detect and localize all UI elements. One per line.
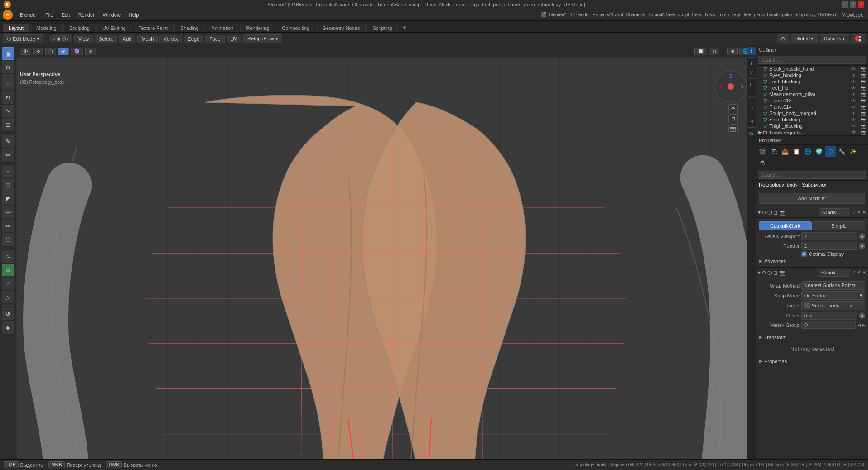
- viewport-gizmo-toggle[interactable]: ⊹: [33, 48, 43, 55]
- side-tab-tool[interactable]: T: [747, 59, 756, 67]
- side-tab-item[interactable]: I: [747, 47, 756, 55]
- subdiv-name-input[interactable]: [819, 208, 850, 216]
- target-close-btn[interactable]: ✕: [848, 302, 854, 309]
- render-value[interactable]: 2: [801, 242, 857, 250]
- proportional-btn[interactable]: ⊙: [709, 48, 719, 55]
- outliner-item-trash-objects[interactable]: ▶ ◻ Trash objects 👁 ↓ 📷: [756, 129, 868, 136]
- vertex-group-arrows[interactable]: ◀ ▶: [858, 322, 865, 327]
- transform-header[interactable]: ▶ Transform ⋮: [756, 332, 868, 342]
- target-value[interactable]: Sculpt_body_... ✕: [801, 301, 865, 310]
- pinch-tool[interactable]: ◈: [2, 321, 14, 334]
- outliner-item-thigh-blocking[interactable]: ▽ Thigh_blocking 👁 ↓ 📷: [756, 123, 868, 129]
- outliner-options-icon[interactable]: ⋮: [860, 47, 865, 53]
- outliner-item-shin-blocking[interactable]: ▽ Shin_blocking 👁 ↓ 📷: [756, 116, 868, 123]
- menu-file[interactable]: File: [42, 11, 57, 19]
- properties-options-icon[interactable]: ⋮: [860, 137, 865, 143]
- transform-options-icon[interactable]: ⋮: [860, 334, 865, 340]
- knife-tool[interactable]: ✂: [2, 220, 14, 232]
- outliner-item-measurements[interactable]: ▽ Measurements_pillar 👁 ↓ 📷: [756, 91, 868, 97]
- viewport-shading-matprev[interactable]: 🔮: [71, 48, 83, 55]
- inset-tool[interactable]: ⊡: [2, 179, 14, 192]
- edge-btn[interactable]: Edge: [184, 35, 204, 43]
- vertex-group-value[interactable]: ⬡: [801, 321, 856, 329]
- item-properties-header[interactable]: ▶ Properties ⋮: [756, 356, 868, 366]
- viewport-shading-solid[interactable]: ◉: [58, 48, 69, 55]
- tab-texture-paint[interactable]: Texture Paint: [133, 24, 174, 32]
- side-tab-riggify[interactable]: Ri: [747, 117, 756, 125]
- mode-selector[interactable]: ⬡ Edit Mode ▾: [3, 34, 43, 43]
- simple-btn[interactable]: Simple: [813, 221, 866, 230]
- spin-tool[interactable]: ↺: [2, 307, 14, 320]
- menu-help[interactable]: Help: [125, 11, 143, 19]
- prop-tab-rendersettings[interactable]: 🖼: [768, 146, 779, 157]
- transform-tool[interactable]: ⊞: [2, 118, 14, 131]
- tab-rendering[interactable]: Rendering: [240, 24, 275, 32]
- breadcrumb-modifier[interactable]: Subdivision: [802, 182, 827, 187]
- side-tab-tissue[interactable]: Ti: [747, 105, 756, 113]
- add-modifier-button[interactable]: Add Modifier: [759, 193, 865, 204]
- snap-btn[interactable]: 🔲: [694, 48, 707, 55]
- extrude-tool[interactable]: ↑: [2, 165, 14, 178]
- tab-shading[interactable]: Shading: [174, 24, 204, 32]
- outliner-item-feet-hp[interactable]: ▽ Feet_Hp 👁 ↓ 📷: [756, 85, 868, 91]
- viewlayer-selector[interactable]: ViewLayer: [842, 12, 865, 18]
- render-dot[interactable]: ●: [859, 243, 865, 249]
- outliner-item-plane013[interactable]: ▽ Plane.013 👁 ↓ 📷: [756, 97, 868, 104]
- gizmo-x-axis[interactable]: -X: [718, 84, 723, 89]
- object-display[interactable]: ○ ◉ ⬡ □: [50, 35, 72, 42]
- viewport-3d[interactable]: 👁 ⊹ ⬡ ◉ 🔮 ☀ 🔲 ⊙ ⊞ 🌐: [16, 45, 756, 459]
- shrink-expand-icon[interactable]: ⊻: [857, 270, 861, 276]
- breadcrumb-object[interactable]: Retopology_body: [759, 182, 798, 187]
- wrap-method-value[interactable]: Nearest Surface Point▾: [801, 281, 865, 290]
- retopoflow-btn[interactable]: RetopoFlow ▾: [243, 34, 282, 43]
- vertex-slide-tool[interactable]: ▷: [2, 291, 14, 303]
- levels-viewport-dot[interactable]: ●: [859, 233, 865, 240]
- gizmo-y-axis[interactable]: Y: [741, 84, 744, 89]
- subdiv-expand-icon[interactable]: ⊻: [857, 210, 861, 216]
- offset-value[interactable]: 0 m: [801, 312, 857, 320]
- side-tab-view[interactable]: V: [747, 68, 756, 77]
- outliner-item-feet-blocking[interactable]: ▽ Feet_blocking 👁 ↓ 📷: [756, 78, 868, 85]
- gizmo-z-axis[interactable]: Z: [729, 73, 733, 79]
- outliner-search-input[interactable]: [758, 56, 866, 64]
- annotate-tool[interactable]: ✎: [2, 135, 14, 148]
- prop-tab-world[interactable]: 🌍: [814, 146, 825, 157]
- gizmo-sphere[interactable]: -X Y Z: [715, 71, 747, 102]
- prop-tab-scene[interactable]: 🎬: [757, 146, 768, 157]
- side-tab-grease[interactable]: Gr: [747, 129, 756, 138]
- transform-space[interactable]: Global ▾: [791, 34, 818, 43]
- optimal-display-checkbox[interactable]: [801, 251, 807, 257]
- tab-compositing[interactable]: Compositing: [276, 24, 315, 32]
- close-button[interactable]: ✕: [858, 1, 864, 8]
- move-tool[interactable]: ⊹: [2, 77, 14, 90]
- prop-tab-particles[interactable]: ✨: [848, 146, 858, 157]
- maximize-button[interactable]: □: [850, 1, 856, 8]
- menu-edit[interactable]: Edit: [58, 11, 74, 19]
- face-btn[interactable]: Face: [205, 35, 224, 43]
- mesh-btn[interactable]: Mesh: [137, 35, 158, 43]
- tab-scripting[interactable]: Scripting: [366, 24, 398, 32]
- minimize-button[interactable]: —: [842, 1, 848, 8]
- add-btn[interactable]: Add: [119, 35, 136, 43]
- outliner-item-block-muscle-hand[interactable]: ▽ Block_muscle_hand 👁 ↓ 📷: [756, 66, 868, 72]
- prop-tab-view-layer[interactable]: 📋: [791, 146, 802, 157]
- rotate-tool[interactable]: ↻: [2, 91, 14, 104]
- zoom-extents[interactable]: ⊡: [728, 114, 738, 123]
- select-btn[interactable]: Select: [95, 35, 117, 43]
- polybuild-tool[interactable]: ⬡: [2, 233, 14, 246]
- levels-viewport-value[interactable]: 2: [801, 232, 857, 240]
- arrow-left-icon[interactable]: ◀: [858, 322, 861, 327]
- prop-tab-physics[interactable]: ⚗: [757, 157, 768, 168]
- uv-btn[interactable]: UV: [227, 35, 241, 43]
- menu-render[interactable]: Render: [75, 11, 98, 19]
- subdiv-toggle[interactable]: ▾: [758, 209, 761, 216]
- shrink-name-input[interactable]: [819, 269, 850, 277]
- menu-window[interactable]: Window: [99, 11, 124, 19]
- scale-tool[interactable]: ⇲: [2, 105, 14, 117]
- transform-pivot[interactable]: ⊞: [727, 48, 738, 55]
- options-btn[interactable]: Options ▾: [820, 34, 849, 43]
- viewport-overlay-toggle[interactable]: 👁: [20, 48, 31, 55]
- loopcut-tool[interactable]: ⟞: [2, 206, 14, 219]
- tab-uv-editing[interactable]: UV Editing: [96, 24, 132, 32]
- prop-tab-scene-data[interactable]: 🌐: [802, 146, 813, 157]
